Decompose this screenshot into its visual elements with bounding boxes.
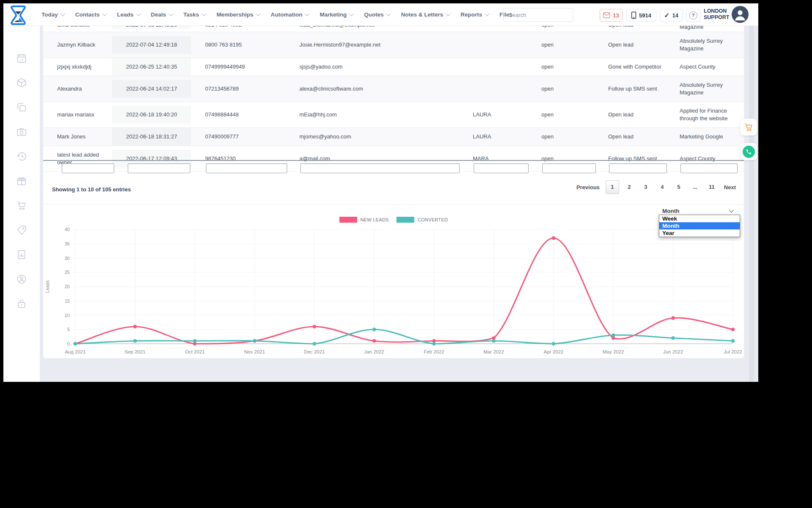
- cell-status: open: [527, 128, 594, 146]
- sidebar-icon-calendar[interactable]: 12: [16, 52, 27, 66]
- svg-text:Feb 2022: Feb 2022: [424, 349, 444, 354]
- nav-item-reports[interactable]: Reports: [461, 11, 488, 18]
- pagination-page-2[interactable]: 2: [623, 181, 636, 193]
- sidebar-icon-camera[interactable]: [16, 126, 27, 139]
- filter-input-owner[interactable]: [474, 163, 529, 173]
- cell-phone: 07213456789: [191, 80, 285, 98]
- cell-owner: [459, 62, 527, 72]
- cell-email: mjomes@yahoo.com: [285, 128, 459, 146]
- filter-input-phone[interactable]: [206, 163, 287, 173]
- chevron-down-icon: [136, 11, 140, 16]
- avatar[interactable]: [732, 6, 749, 23]
- nav-item-memberships[interactable]: Memberships: [217, 11, 259, 18]
- nav-item-notes-letters[interactable]: Notes & Letters: [401, 11, 449, 18]
- legend-label: CONVERTED: [417, 217, 448, 222]
- table-row[interactable]: Alexandra2022-06-24 14:02:1707213456789a…: [43, 76, 744, 102]
- sidebar-icon-report[interactable]: [16, 249, 27, 262]
- nav-item-quotes[interactable]: Quotes: [364, 11, 390, 18]
- tasks-badge[interactable]: ✓ 14: [660, 9, 683, 22]
- chevron-down-icon: [202, 11, 206, 16]
- phone-badge[interactable]: 5914: [626, 9, 656, 22]
- cell-phone: 07498884448: [191, 106, 285, 124]
- main-menu: TodayContactsLeadsDealsTasksMembershipsA…: [41, 3, 513, 25]
- table-row[interactable]: jzjxjxj xkxkdjdj2022-06-25 12:40:3507499…: [43, 58, 744, 76]
- chevron-down-icon: [349, 11, 354, 16]
- sidebar-icon-gift[interactable]: [16, 175, 27, 188]
- nav-item-automation[interactable]: Automation: [271, 11, 308, 18]
- sidebar-icon-copy[interactable]: [16, 102, 27, 115]
- cell-owner: [459, 84, 527, 94]
- svg-text:Leads: Leads: [45, 280, 50, 293]
- nav-item-today[interactable]: Today: [41, 11, 64, 18]
- cell-source: Absolutely Surrey Magazine: [666, 32, 744, 58]
- mail-badge[interactable]: 13: [600, 9, 623, 22]
- nav-item-marketing[interactable]: Marketing: [320, 11, 353, 18]
- svg-text:30: 30: [65, 256, 70, 261]
- pagination-page-5[interactable]: 5: [672, 181, 685, 193]
- cell-source: Aspect County: [666, 58, 744, 76]
- legend-swatch: [396, 217, 414, 223]
- table-row[interactable]: Gina Schulist2022-07-05 12:43:200214 020…: [43, 25, 744, 32]
- cell-email: sjsjs@yadoo.com: [285, 58, 459, 76]
- svg-text:Dec 2021: Dec 2021: [304, 349, 325, 354]
- hourglass-logo-icon[interactable]: [8, 4, 28, 27]
- phone-call-icon: [743, 146, 755, 158]
- help-badge[interactable]: ?: [686, 9, 700, 22]
- cell-date: 2022-06-25 12:40:35: [112, 58, 191, 76]
- table-row[interactable]: mariax mariasx2022-06-18 19:40:200749888…: [43, 102, 744, 128]
- account-name[interactable]: LONDON SUPPORT: [704, 8, 729, 21]
- nav-item-tasks[interactable]: Tasks: [184, 11, 205, 18]
- filter-input-lead_status[interactable]: [609, 163, 667, 173]
- legend-swatch: [339, 217, 357, 223]
- cell-name: Gina Schulist: [43, 25, 112, 29]
- cell-name: jzjxjxj xkxkdjdj: [43, 58, 112, 76]
- vertical-scrollbar[interactable]: [749, 25, 754, 382]
- account-line2: SUPPORT: [704, 14, 729, 21]
- cart-fab-button[interactable]: [740, 119, 757, 135]
- sidebar-icon-cart[interactable]: [16, 200, 27, 213]
- filter-input-date[interactable]: [128, 163, 190, 173]
- pagination-page-1[interactable]: 1: [606, 180, 619, 194]
- pagination-page-4[interactable]: 4: [656, 181, 669, 193]
- nav-item-label: Tasks: [184, 11, 199, 18]
- cart-icon: [744, 122, 754, 132]
- sidebar-icon-cube[interactable]: [16, 77, 27, 90]
- period-option-year[interactable]: Year: [659, 229, 740, 237]
- search-input[interactable]: [504, 12, 583, 18]
- filter-input-email[interactable]: [300, 163, 460, 173]
- pagination-previous[interactable]: Previous: [574, 184, 602, 190]
- cell-phone: 0214 020 4002: [191, 25, 285, 29]
- svg-text:Apr 2022: Apr 2022: [544, 349, 564, 354]
- svg-text:Jan 2022: Jan 2022: [364, 349, 384, 354]
- sidebar-icon-account[interactable]: [16, 273, 27, 287]
- cell-status: open: [527, 106, 594, 124]
- pagination-next[interactable]: Next: [722, 184, 738, 190]
- svg-text:20: 20: [65, 284, 70, 289]
- period-option-month[interactable]: Month: [659, 222, 740, 229]
- chevron-down-icon: [102, 11, 107, 16]
- svg-text:Mar 2022: Mar 2022: [483, 349, 504, 354]
- period-option-week[interactable]: Week: [659, 215, 740, 222]
- nav-item-contacts[interactable]: Contacts: [75, 11, 106, 18]
- pagination-ellipsis[interactable]: ...: [689, 181, 702, 193]
- pagination-page-11[interactable]: 11: [705, 181, 718, 193]
- call-fab-button[interactable]: [740, 143, 757, 160]
- filter-input-name[interactable]: [62, 163, 114, 173]
- mail-count: 13: [613, 12, 619, 19]
- sidebar-icon-tag[interactable]: [16, 224, 27, 237]
- sidebar-icon-history[interactable]: [16, 151, 27, 164]
- cell-phone: 0749999449949: [191, 58, 285, 76]
- nav-item-label: Automation: [271, 11, 302, 18]
- table-row[interactable]: Jazmyn Kilback2022-07-04 12:49:180800 76…: [43, 32, 744, 58]
- chevron-down-icon: [60, 11, 65, 16]
- pagination-page-3[interactable]: 3: [639, 181, 652, 193]
- svg-text:15: 15: [65, 298, 70, 304]
- nav-item-leads[interactable]: Leads: [117, 11, 140, 18]
- sidebar-icon-lock[interactable]: [16, 298, 27, 311]
- check-icon: ✓: [664, 11, 669, 19]
- filter-input-source[interactable]: [680, 163, 738, 173]
- table-row[interactable]: Mark Jones2022-06-18 18:31:2707490009777…: [43, 128, 744, 146]
- cell-name: mariax mariasx: [43, 106, 112, 124]
- filter-input-status[interactable]: [542, 163, 596, 173]
- nav-item-deals[interactable]: Deals: [151, 11, 172, 18]
